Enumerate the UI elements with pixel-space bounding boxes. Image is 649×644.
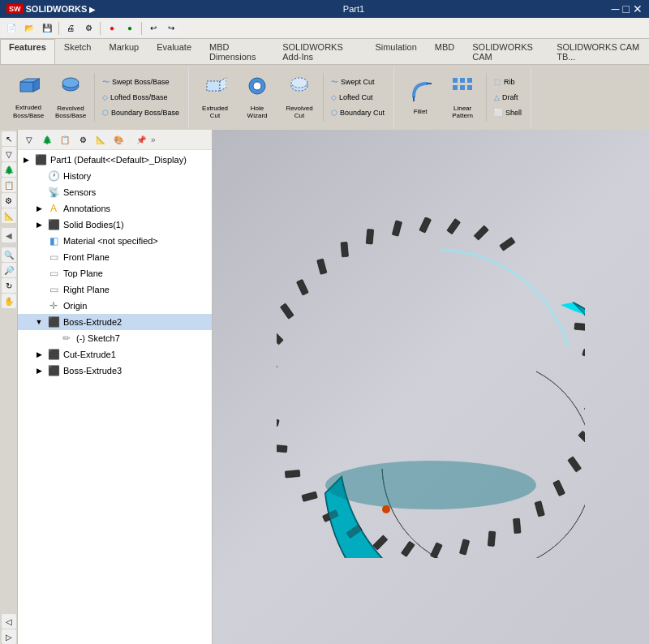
ft-item-right-plane[interactable]: ▭ Right Plane <box>18 281 212 298</box>
print-btn[interactable]: 🖨 <box>62 20 79 36</box>
tab-mbd-dimensions[interactable]: MBD Dimensions <box>200 39 273 64</box>
ft-item-origin[interactable]: ✛ Origin <box>18 298 212 314</box>
hide-arrows-btn[interactable]: ◁ <box>2 614 16 629</box>
ft-pin-btn[interactable]: 📌 <box>133 131 149 148</box>
draft-btn[interactable]: △ Draft <box>490 90 526 105</box>
revolved-boss-base-btn[interactable]: RevolvedBoss/Base <box>50 73 91 122</box>
revolved-cut-btn[interactable]: RevolvedCut <box>279 73 320 122</box>
undo-btn[interactable]: ↩ <box>145 20 161 36</box>
cut-extrude1-expander: ▶ <box>34 350 44 359</box>
ft-config-btn[interactable]: ⚙ <box>75 131 91 148</box>
traffic-light-green[interactable]: ● <box>122 20 138 36</box>
ft-root-item[interactable]: ▶ ⬛ Part1 (Default<<Default>_Display) <box>18 152 212 168</box>
linear-pattern-label: LinearPattern <box>452 105 473 120</box>
ft-dim-btn[interactable]: 📐 <box>92 131 109 148</box>
qt-sep3 <box>141 22 142 35</box>
tab-markup[interactable]: Markup <box>101 39 148 64</box>
material-expander <box>34 236 44 246</box>
hole-wizard-btn[interactable]: HoleWizard <box>237 73 277 122</box>
ft-item-top-plane[interactable]: ▭ Top Plane <box>18 265 212 281</box>
dim-expert-btn[interactable]: 📐 <box>2 208 16 223</box>
ft-item-boss-extrude2[interactable]: ▼ ⬛ Boss-Extrude2 <box>18 314 212 330</box>
tab-addins[interactable]: SOLIDWORKS Add-Ins <box>273 39 366 64</box>
swept-cut-label: Swept Cut <box>341 78 375 86</box>
new-btn[interactable]: 📄 <box>3 20 19 36</box>
app-logo: SW SOLIDWORKS ▶ <box>6 4 96 14</box>
svg-rect-44 <box>296 279 308 295</box>
shell-btn[interactable]: ⬜ Shell <box>490 105 526 120</box>
boundary-boss-base-btn[interactable]: ⬡ Boundary Boss/Base <box>98 105 183 120</box>
ft-appearance-btn[interactable]: 🎨 <box>110 131 127 148</box>
ft-item-history[interactable]: 🕐 History <box>18 168 212 184</box>
root-expander: ▶ <box>21 155 31 165</box>
tab-sw-cam-tb[interactable]: SOLIDWORKS CAM TB... <box>548 39 649 64</box>
svg-rect-32 <box>401 541 415 556</box>
config-mgr-btn[interactable]: ⚙ <box>2 193 16 208</box>
sketch7-expander <box>47 333 57 343</box>
tab-simulation[interactable]: Simulation <box>366 39 425 64</box>
ft-item-material[interactable]: ◧ Material <not specified> <box>18 233 212 249</box>
arrow-tool-btn[interactable]: ↖ <box>2 131 16 146</box>
show-arrows-btn[interactable]: ▷ <box>2 629 16 644</box>
lofted-boss-base-btn[interactable]: ◇ Lofted Boss/Base <box>98 90 183 105</box>
boundary-cut-btn[interactable]: ⬡ Boundary Cut <box>327 105 389 120</box>
ft-filter-btn[interactable]: ▽ <box>21 131 37 148</box>
extruded-cut-btn[interactable]: ExtrudedCut <box>195 73 235 122</box>
zoom-in-btn[interactable]: 🔍 <box>2 247 16 262</box>
tab-sketch[interactable]: Sketch <box>55 39 101 64</box>
zoom-out-btn[interactable]: 🔎 <box>2 263 16 277</box>
ft-tree-btn[interactable]: 🌲 <box>39 131 55 148</box>
tab-evaluate[interactable]: Evaluate <box>148 39 200 64</box>
linear-pattern-btn[interactable]: LinearPattern <box>442 73 483 122</box>
cut-extrude1-icon: ⬛ <box>47 349 60 360</box>
tab-mbd[interactable]: MBD <box>426 39 463 64</box>
ft-item-cut-extrude1[interactable]: ▶ ⬛ Cut-Extrude1 <box>18 346 212 363</box>
tab-sw-cam[interactable]: SOLIDWORKS CAM <box>463 39 548 64</box>
rib-btn[interactable]: ⬚ Rib <box>490 75 526 89</box>
close-btn[interactable]: ✕ <box>633 2 643 15</box>
traffic-light-red[interactable]: ● <box>104 20 120 36</box>
ft-item-annotations[interactable]: ▶ A Annotations <box>18 200 212 217</box>
ft-item-sketch7[interactable]: ✏ (-) Sketch7 <box>18 330 212 346</box>
front-plane-icon: ▭ <box>47 251 60 263</box>
swept-boss-base-btn[interactable]: 〜 Swept Boss/Base <box>98 75 183 89</box>
options-btn[interactable]: ⚙ <box>80 20 97 36</box>
sensors-expander <box>34 187 44 197</box>
cut-small-btns: 〜 Swept Cut ◇ Lofted Cut ⬡ Boundary Cut <box>327 75 389 120</box>
quick-access-toolbar: 📄 📂 💾 🖨 ⚙ ● ● ↩ ↪ <box>0 18 649 39</box>
rotate-btn[interactable]: ↻ <box>2 278 16 293</box>
window-controls[interactable]: ─ □ ✕ <box>612 2 643 15</box>
hide-panel-btn[interactable]: ◀ <box>2 228 16 243</box>
svg-rect-41 <box>277 358 277 371</box>
boss-extrude2-icon: ⬛ <box>47 316 60 328</box>
feature-tree-btn[interactable]: 🌲 <box>2 162 16 177</box>
ft-item-solid-bodies[interactable]: ▶ ⬛ Solid Bodies(1) <box>18 217 212 233</box>
ribbon-group-cut: ExtrudedCut HoleWizard RevolvedCut 〜 Swe… <box>190 67 394 128</box>
lofted-cut-btn[interactable]: ◇ Lofted Cut <box>327 90 389 105</box>
solid-bodies-expander: ▶ <box>34 220 44 230</box>
ft-item-boss-extrude3[interactable]: ▶ ⬛ Boss-Extrude3 <box>18 363 212 379</box>
svg-rect-46 <box>341 242 349 257</box>
open-btn[interactable]: 📂 <box>21 20 37 36</box>
property-mgr-btn[interactable]: 📋 <box>2 178 16 192</box>
origin-icon: ✛ <box>47 300 60 311</box>
extruded-boss-base-btn[interactable]: ExtrudedBoss/Base <box>8 73 49 122</box>
save-btn[interactable]: 💾 <box>39 20 55 36</box>
maximize-btn[interactable]: □ <box>623 2 630 15</box>
swept-cut-btn[interactable]: 〜 Swept Cut <box>327 75 389 89</box>
pan-btn[interactable]: ✋ <box>2 294 16 308</box>
minimize-btn[interactable]: ─ <box>612 2 620 15</box>
fillet-btn[interactable]: Fillet <box>400 73 441 122</box>
history-label: History <box>63 171 91 181</box>
ft-item-sensors[interactable]: 📡 Sensors <box>18 184 212 200</box>
ft-item-front-plane[interactable]: ▭ Front Plane <box>18 249 212 265</box>
ft-prop-btn[interactable]: 📋 <box>57 131 73 148</box>
svg-rect-5 <box>207 81 220 91</box>
window-title: Part1 <box>343 4 364 14</box>
features-btns: Fillet LinearPattern ⬚ Rib △ <box>400 68 526 127</box>
tab-features[interactable]: Features <box>0 39 55 64</box>
filter-btn[interactable]: ▽ <box>2 147 16 161</box>
redo-btn[interactable]: ↪ <box>163 20 179 36</box>
group-divider-2 <box>323 73 324 122</box>
viewport[interactable]: ↖ ✏ 📐 ⟺ ↩ 👁 3D ↻ ⬚ ⌒ 🔍 ✋ ◧ ⬜ ⬚ 📏 <box>213 130 649 644</box>
